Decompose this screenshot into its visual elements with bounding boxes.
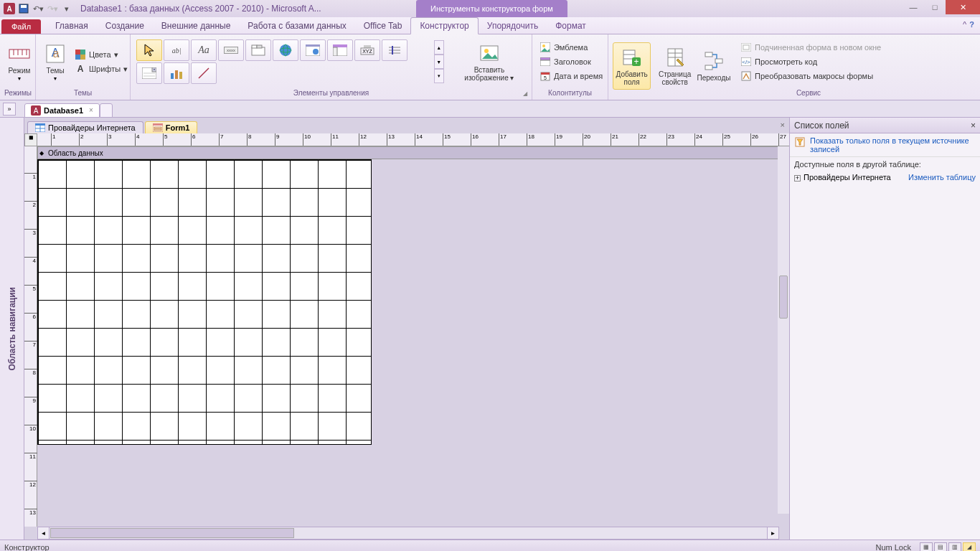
themes-icon: Aa — [44, 42, 67, 65]
workspace: Провайдеры Интернета Form1 × ◼ 123456789… — [24, 118, 789, 540]
svg-text:5: 5 — [544, 75, 547, 80]
scroll-right-icon[interactable]: ► — [767, 527, 778, 539]
control-textbox[interactable]: ab| — [164, 39, 189, 61]
colors-button[interactable]: Цвета ▾ — [72, 48, 131, 61]
tab-external[interactable]: Внешние данные — [153, 18, 240, 34]
tab-format[interactable]: Формат — [547, 18, 595, 34]
svg-point-42 — [484, 49, 489, 53]
group-headers-label: Колонтитулы — [537, 88, 603, 98]
add-fields-button[interactable]: + Добавить поля — [613, 42, 651, 90]
show-current-fields-link[interactable]: Показать только поля в текущем источнике… — [790, 133, 980, 156]
save-icon[interactable] — [17, 2, 30, 15]
design-canvas[interactable]: Область данных — [37, 146, 789, 527]
view-mode-button[interactable]: Режим ▼ — [4, 38, 34, 85]
control-select[interactable] — [136, 39, 162, 61]
detail-section-grid[interactable] — [37, 159, 372, 445]
view-datasheet-icon[interactable]: ▤ — [934, 542, 947, 552]
tab-home[interactable]: Главная — [47, 18, 97, 34]
status-bar: Конструктор Num Lock ▦ ▤ ▥ ◢ — [0, 540, 980, 551]
navigation-pane[interactable]: Область навигации — [0, 118, 24, 540]
control-line[interactable] — [191, 62, 217, 84]
logo-icon — [540, 42, 551, 53]
minimize-ribbon-icon[interactable]: ^ — [963, 20, 966, 29]
tab-design[interactable]: Конструктор — [410, 17, 478, 34]
scroll-more-icon[interactable]: ▾ — [434, 69, 444, 83]
redo-icon[interactable]: ↷▾ — [46, 2, 59, 15]
field-table-item[interactable]: +Провайдеры Интернета Изменить таблицу — [790, 171, 980, 183]
horizontal-scrollbar[interactable]: ◄ ► — [37, 527, 779, 540]
object-tab-table[interactable]: Провайдеры Интернета — [27, 121, 143, 133]
undo-icon[interactable]: ↶▾ — [32, 2, 44, 15]
datetime-button[interactable]: 5Дата и время — [537, 70, 606, 83]
control-chart[interactable] — [164, 62, 189, 84]
colors-icon — [75, 49, 86, 60]
tab-office[interactable]: Office Tab — [355, 18, 411, 34]
document-tab[interactable]: A Database1 × — [24, 103, 100, 118]
help-icon[interactable]: ? — [969, 20, 974, 29]
control-button[interactable]: xxxx — [218, 39, 244, 61]
scroll-left-icon[interactable]: ◄ — [38, 527, 50, 539]
close-button[interactable]: ✕ — [946, 0, 980, 14]
view-code-button[interactable]: </>Просмотреть код — [738, 55, 884, 68]
minimize-button[interactable]: — — [903, 0, 924, 14]
form-design-surface[interactable]: ◼ 12345678910111213141516171819202122232… — [24, 133, 789, 540]
control-web[interactable] — [300, 39, 326, 61]
scroll-down-icon[interactable]: ▼ — [434, 55, 444, 69]
control-navigation[interactable] — [327, 39, 353, 61]
horizontal-ruler[interactable]: 1234567891011121314151617181920212223242… — [37, 133, 789, 146]
ruler-corner[interactable]: ◼ — [24, 133, 37, 146]
dialog-launcher-icon[interactable]: ◢ — [523, 90, 527, 97]
controls-scroll[interactable]: ▲ ▼ ▾ — [434, 40, 444, 83]
control-optiongroup[interactable]: XYZ — [354, 39, 380, 61]
svg-text:</>: </> — [742, 59, 750, 65]
calendar-icon: 5 — [540, 70, 551, 82]
control-combobox[interactable] — [136, 62, 162, 84]
expand-icon[interactable]: + — [794, 175, 801, 182]
title-button[interactable]: Заголовок — [537, 55, 606, 68]
svg-point-44 — [542, 44, 545, 47]
control-hyperlink[interactable] — [273, 39, 298, 61]
edit-table-link[interactable]: Изменить таблицу — [908, 173, 976, 182]
svg-rect-24 — [333, 44, 347, 47]
fonts-button[interactable]: AШрифты ▾ — [72, 62, 131, 75]
close-tab-icon[interactable]: × — [89, 106, 93, 114]
controls-gallery[interactable]: ab| Aa xxxx XYZ — [135, 38, 431, 85]
scroll-thumb-h[interactable] — [50, 528, 294, 538]
maximize-button[interactable]: □ — [924, 0, 946, 14]
convert-macros-button[interactable]: Преобразовать макросы формы — [738, 70, 884, 83]
scroll-up-icon[interactable]: ▲ — [434, 40, 444, 55]
object-tab-form[interactable]: Form1 — [145, 121, 198, 133]
view-form-icon[interactable]: ▦ — [920, 542, 933, 552]
svg-rect-14 — [252, 47, 265, 55]
logo-button[interactable]: Эмблема — [537, 41, 606, 54]
nav-collapse-button[interactable]: » — [3, 103, 16, 116]
svg-rect-25 — [333, 47, 337, 56]
control-tab[interactable] — [245, 39, 271, 61]
tab-arrange[interactable]: Упорядочить — [479, 18, 547, 34]
vertical-scrollbar[interactable] — [778, 146, 789, 514]
tab-order-icon — [702, 50, 725, 72]
scroll-thumb[interactable] — [779, 276, 788, 319]
svg-rect-61 — [705, 65, 712, 70]
form-icon — [153, 123, 163, 132]
view-layout-icon[interactable]: ▥ — [948, 542, 961, 552]
svg-rect-12 — [75, 55, 80, 60]
close-object-icon[interactable]: × — [781, 121, 785, 129]
close-pane-icon[interactable]: × — [971, 121, 976, 131]
detail-section-header[interactable]: Область данных — [37, 146, 789, 159]
vertical-ruler[interactable]: 12345678910111213 — [24, 146, 37, 527]
tab-database-tools[interactable]: Работа с базами данных — [239, 18, 354, 34]
qat-more-icon[interactable]: ▾ — [60, 2, 73, 15]
view-design-icon[interactable]: ◢ — [963, 542, 976, 552]
new-tab-button[interactable] — [100, 103, 113, 118]
tab-create[interactable]: Создание — [97, 18, 153, 34]
insert-image-button[interactable]: Вставить изображение ▾ — [451, 38, 527, 85]
control-pagebreak[interactable] — [382, 39, 407, 61]
ribbon: Режим ▼ Режимы Aa Темы ▼ Цвета ▾ AШрифты… — [0, 34, 980, 100]
property-sheet-button[interactable]: Страница свойств — [652, 42, 697, 90]
title-bar: A ↶▾ ↷▾ ▾ Database1 : база данных (Acces… — [0, 0, 980, 17]
file-tab[interactable]: Файл — [1, 19, 41, 34]
themes-button[interactable]: Aa Темы ▼ — [40, 38, 70, 85]
control-label[interactable]: Aa — [191, 39, 217, 61]
tab-order-button[interactable]: Переходы — [699, 42, 729, 90]
